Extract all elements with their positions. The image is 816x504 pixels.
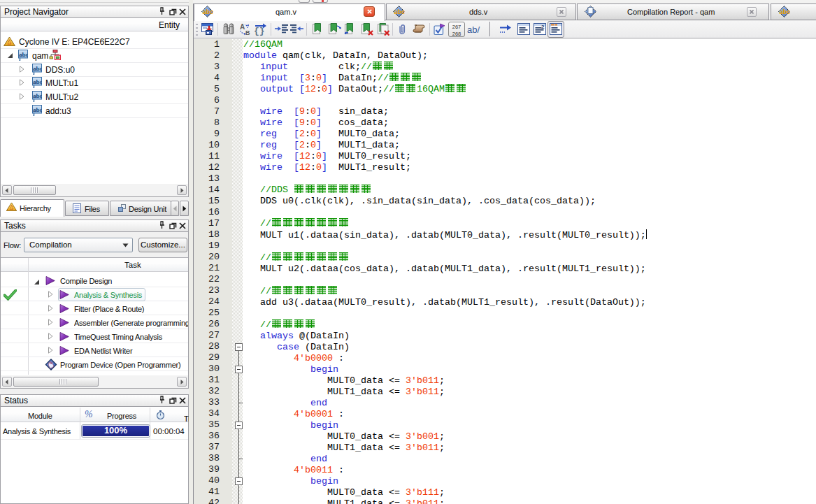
svg-text:B: B bbox=[245, 29, 250, 36]
svg-text:abc: abc bbox=[394, 8, 406, 15]
svg-text:abc: abc bbox=[780, 8, 791, 15]
svg-text:abc: abc bbox=[203, 8, 214, 15]
svg-text:abc: abc bbox=[33, 78, 42, 85]
svg-text:2: 2 bbox=[541, 24, 545, 30]
svg-text:abc: abc bbox=[33, 106, 42, 113]
svg-text:abc: abc bbox=[33, 92, 42, 99]
svg-text:abc: abc bbox=[33, 64, 42, 71]
svg-text:A: A bbox=[240, 23, 245, 31]
svg-text:abc: abc bbox=[19, 51, 28, 58]
